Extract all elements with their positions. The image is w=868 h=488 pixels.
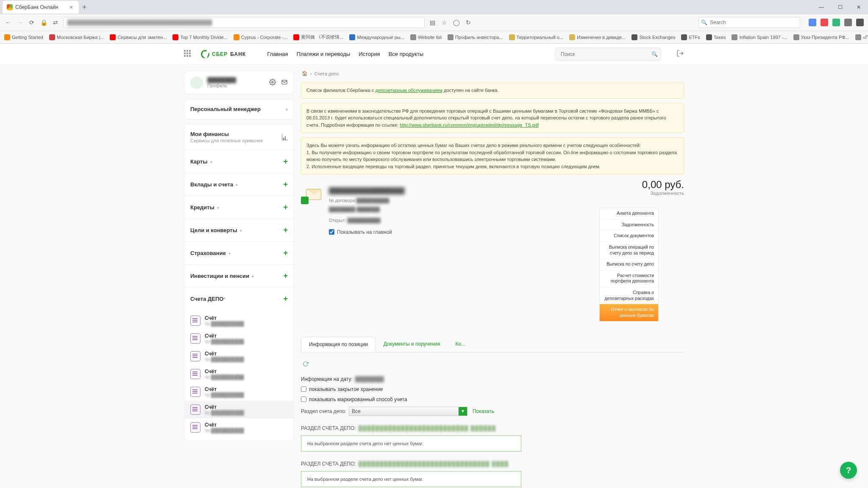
chk-marked-storage[interactable]: показывать маркированный способ учета (301, 396, 684, 402)
bookmark-item[interactable]: Московская Биржа |... (49, 34, 104, 40)
bookmark-item[interactable]: Taxes (706, 34, 726, 40)
nav-payments[interactable]: Платежи и переводы (297, 51, 351, 57)
window-maximize-button[interactable]: ☐ (831, 0, 849, 14)
app-search[interactable]: 🔍 (555, 47, 661, 61)
browser-search[interactable]: 🔍 (698, 17, 800, 28)
refresh-icon[interactable]: ⟳ (28, 19, 36, 26)
bookmark-item[interactable]: Профиль инвестора... (448, 34, 503, 40)
bookmark-item[interactable]: Изменения в дивиде... (569, 34, 626, 40)
bookmark-item[interactable]: Stock Exchanges (632, 34, 675, 40)
reload-icon[interactable]: ↻ (465, 19, 472, 26)
extension-icon[interactable] (832, 19, 840, 26)
extension-icon[interactable] (844, 19, 852, 26)
chk-closed-storage[interactable]: показывать закрытое хранение (301, 386, 684, 392)
depo-section-select[interactable]: Все ▼ (349, 407, 467, 416)
extension-icon[interactable] (809, 19, 816, 26)
sidebar-personal-manager[interactable]: Персональный менеджер (184, 99, 294, 119)
action-item[interactable]: Выписка по счету депо (600, 259, 658, 270)
bookmark-item[interactable]: Cyprus - Corporate -... (234, 34, 287, 40)
depo-account-row[interactable]: Счёт№ ██████████ (184, 401, 294, 419)
back-icon[interactable]: ← (4, 19, 12, 26)
bookmark-item[interactable]: ETFs (681, 34, 700, 40)
action-item[interactable]: Расчет стоимости портфеля депонента (600, 270, 658, 287)
depo-account-row[interactable]: Счёт№ ██████████ (184, 365, 294, 383)
depo-account-row[interactable]: Счёт№ ██████████ (184, 347, 294, 365)
bookmark-item[interactable]: Website list (410, 34, 442, 40)
breadcrumb-home-icon[interactable]: 🏠 (302, 71, 308, 76)
reader-icon[interactable]: ▤ (429, 19, 437, 26)
nav-products[interactable]: Все продукты (389, 51, 423, 57)
sidebar-cards[interactable]: Карты + (184, 150, 294, 173)
depo-account-row[interactable]: Счёт№ ██████████ (184, 312, 294, 330)
extension-icon[interactable] (821, 19, 828, 26)
profile-card[interactable]: ████████ Профиль (184, 71, 294, 94)
bookmark-item[interactable]: «Письмо» ФНС Росс... (855, 34, 868, 40)
chart-icon[interactable] (282, 134, 288, 140)
tab-more[interactable]: Ко... (448, 337, 473, 352)
browser-search-input[interactable] (698, 17, 800, 28)
bookmark-item[interactable]: Указ Президента РФ... (793, 34, 849, 40)
toggles-icon[interactable]: ⇄ (52, 19, 59, 26)
action-item[interactable]: Выписка операций по счету депо за период (600, 242, 658, 259)
add-icon[interactable]: + (283, 249, 288, 258)
sidebar-insurance[interactable]: Страхование + (184, 242, 294, 264)
bookmark-item[interactable]: Международные ры... (349, 34, 404, 40)
chk-closed-storage-input[interactable] (301, 386, 306, 392)
sidebar-invest[interactable]: Инвестиции и пенсии + (184, 265, 294, 287)
bookmark-item[interactable]: Сервисы для эмитен... (110, 34, 167, 40)
sidebar-goals[interactable]: Цели и конверты + (184, 219, 294, 241)
gear-icon[interactable] (269, 79, 276, 87)
show-button[interactable]: Показать (473, 408, 494, 414)
refresh-icon[interactable] (303, 361, 309, 367)
action-item[interactable]: Справка о депозитарных расходах (600, 287, 658, 304)
sidebar-credits[interactable]: Кредиты + (184, 196, 294, 219)
action-item[interactable]: Список документов (600, 230, 658, 242)
bookmark-star-icon[interactable]: ☆ (441, 19, 448, 26)
add-icon[interactable]: + (283, 203, 288, 212)
bookmark-item[interactable]: 黄阿姨 《不说啥情... (293, 34, 343, 40)
mail-icon[interactable] (281, 79, 288, 87)
show-on-main-checkbox[interactable] (329, 229, 334, 235)
bookmark-item[interactable]: Getting Started (4, 34, 43, 40)
chk-marked-storage-input[interactable] (301, 396, 306, 402)
add-icon[interactable]: + (283, 180, 288, 189)
grid-menu-icon[interactable] (184, 50, 192, 58)
add-icon[interactable]: + (283, 226, 288, 235)
forward-icon[interactable]: → (16, 19, 24, 26)
container-icon[interactable]: ◯ (453, 19, 460, 26)
tab-close-icon[interactable]: × (68, 4, 75, 11)
nav-history[interactable]: История (359, 51, 380, 57)
search-icon[interactable]: 🔍 (651, 51, 658, 57)
lock-icon[interactable]: 🔒 (40, 19, 47, 26)
menu-icon[interactable] (856, 19, 864, 26)
add-icon[interactable]: + (283, 272, 288, 280)
depo-account-row[interactable]: Счёт№ ██████████ (184, 419, 294, 436)
bookmark-item[interactable]: Inflation Spain 1997 -... (732, 34, 787, 40)
window-close-button[interactable]: ✕ (849, 0, 868, 14)
action-item[interactable]: Задолженность (600, 219, 658, 231)
nav-home[interactable]: Главная (267, 51, 288, 57)
notice-link[interactable]: депозитарным обслуживанием (375, 88, 442, 93)
brand-logo[interactable]: СБЕРБАНК (201, 50, 246, 58)
help-fab-button[interactable]: ? (840, 462, 857, 479)
sidebar-deposits[interactable]: Вклады и счета + (184, 173, 294, 196)
browser-tab[interactable]: СберБанк Онлайн × (3, 1, 79, 14)
url-bar[interactable]: ████████████████████████████████████ (64, 17, 425, 28)
add-icon[interactable]: + (283, 157, 288, 166)
sidebar-finances[interactable]: Мои финансы Сервисы для полезных привыче… (184, 124, 294, 150)
action-item[interactable]: Анкета депонента (600, 208, 658, 219)
add-icon[interactable]: + (283, 294, 288, 303)
window-minimize-button[interactable]: — (812, 0, 831, 14)
tab-docs[interactable]: Документы и поручения (376, 337, 448, 352)
notice-link[interactable]: http://www.sberbank.ru/common/img/upload… (400, 122, 539, 128)
action-item[interactable]: Отчет о выплатах по ценным бумагам (600, 304, 658, 321)
depo-account-row[interactable]: Счёт№ ██████████ (184, 383, 294, 401)
sidebar-depo[interactable]: Счета ДЕПО + (184, 288, 294, 310)
new-tab-button[interactable]: + (79, 2, 90, 13)
depo-account-row[interactable]: Счёт№ ██████████ (184, 330, 294, 347)
bookmark-item[interactable]: Top 7 Monthly Divide... (172, 34, 227, 40)
bookmark-item[interactable]: Территориальный о... (509, 34, 564, 40)
logout-icon[interactable] (676, 50, 684, 58)
app-search-input[interactable] (555, 47, 661, 61)
tab-info[interactable]: Информация по позиции (301, 337, 376, 352)
